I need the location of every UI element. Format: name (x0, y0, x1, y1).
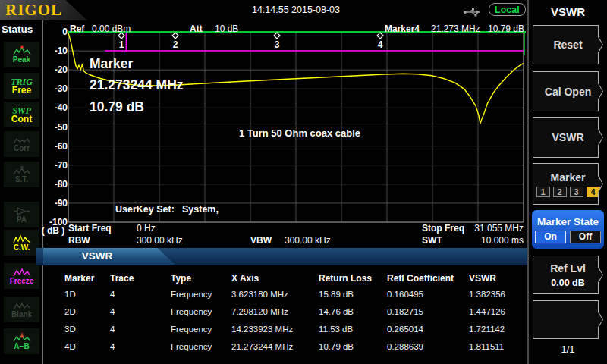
marker-select-label: Marker (551, 171, 586, 184)
table-cell: X Axis (231, 273, 319, 284)
table-cell: 2D (64, 307, 110, 316)
marker-state-toggle: On Off (535, 231, 601, 243)
empty-softkey-button[interactable] (533, 300, 603, 339)
y-tick-label: -50 (40, 122, 68, 133)
marker4-readout-label: Marker4 (385, 24, 420, 34)
status-blank: Blank (4, 297, 39, 322)
menu-page-indicator: 1/1 (529, 344, 607, 355)
vbw-label: VBW (250, 235, 272, 246)
table-cell: 0.288639 (387, 342, 469, 351)
status-cw: C.W. (4, 230, 39, 256)
table-cell: VSWR (469, 273, 527, 284)
vswr-button-label: VSWR (552, 131, 584, 143)
status-ab: A−B (4, 328, 39, 354)
status-panel: Status Peak TRIG Free SWP Cont Corr S.T.… (0, 20, 43, 364)
table-cell: 1D (64, 290, 110, 299)
vswr-tab-bar: VSWR (36, 248, 527, 265)
table-row: 4D4Frequency21.273244 MHz10.79 dB0.28863… (43, 342, 527, 351)
ref-label: Ref (70, 24, 84, 34)
vswr-tab-label: VSWR (36, 250, 158, 262)
marker-readout-freq: 21.273244 MHz (90, 77, 184, 93)
status-st-label: S.T. (15, 176, 28, 184)
marker-state-on-option[interactable]: On (535, 231, 566, 243)
marker-readout-title: Marker (90, 56, 133, 72)
table-cell: Type (171, 273, 231, 284)
svg-text:4: 4 (378, 39, 383, 50)
y-tick-label: -80 (40, 179, 68, 190)
table-cell: 1.811511 (469, 342, 527, 351)
table-cell: Refl Coefficient (387, 273, 469, 284)
clock-display: 14:14:55 2015-08-03 (212, 5, 379, 15)
marker4-readout-freq: 21.273 MHz (431, 24, 480, 34)
table-cell: Frequency (171, 325, 231, 334)
table-cell: 4 (110, 325, 171, 334)
y-axis-unit: ( dB ) (38, 225, 68, 236)
rigol-logo: RIGOL (5, 1, 62, 20)
status-cw-label: C.W. (14, 244, 30, 252)
y-tick-label: 0 (40, 27, 68, 37)
ref-lvl-button[interactable]: Ref Lvl 0.00 dB (533, 256, 603, 294)
menu-title: VSWR (529, 5, 607, 18)
vswr-button[interactable]: VSWR (533, 117, 603, 158)
table-cell: 1.721142 (469, 325, 527, 334)
table-cell: 4 (110, 342, 171, 351)
start-freq-value: 0 Hz (137, 223, 156, 234)
table-cell: 1.382356 (469, 290, 527, 299)
svg-text:1: 1 (119, 39, 124, 50)
y-tick-label: -20 (40, 64, 68, 75)
marker-select-button[interactable]: Marker 1234 (533, 163, 603, 205)
table-cell: Return Loss (319, 273, 387, 284)
table-cell: 4 (110, 307, 171, 316)
table-cell: 0.160495 (387, 290, 469, 299)
marker-number-2[interactable]: 2 (553, 187, 567, 197)
status-pa-label: PA (17, 216, 27, 224)
marker-table: MarkerTraceTypeX AxisReturn LossRefl Coe… (43, 265, 527, 364)
cal-open-button[interactable]: Cal Open (533, 71, 603, 111)
userkey-value: System, (182, 204, 219, 215)
table-cell: 3D (64, 325, 110, 334)
a-minus-b-icon (13, 333, 31, 343)
marker-state-off-option[interactable]: Off (570, 231, 601, 243)
marker-number-1[interactable]: 1 (536, 187, 550, 197)
start-freq-label: Start Freq (68, 223, 112, 234)
table-cell: Frequency (171, 342, 231, 351)
cal-open-button-label: Cal Open (545, 86, 591, 98)
status-corr: Corr (4, 131, 39, 157)
table-cell: Frequency (171, 307, 231, 316)
marker-state-button[interactable]: Marker State On Off (532, 210, 604, 249)
y-tick-label: -70 (40, 160, 68, 171)
table-cell: Marker (64, 273, 110, 284)
status-st: S.T. (4, 162, 39, 187)
freeze-icon (13, 268, 31, 278)
status-ab-label: A−B (14, 343, 29, 350)
table-cell: Frequency (171, 290, 231, 299)
status-trig: TRIG Free (4, 73, 39, 99)
table-cell: 11.53 dB (319, 325, 387, 334)
table-cell: 0.182715 (387, 307, 469, 316)
table-cell: 3.623180 MHz (231, 290, 319, 299)
att-label: Att (190, 24, 203, 34)
reset-button[interactable]: Reset (533, 25, 603, 64)
cw-icon (13, 234, 31, 244)
local-status-badge: Local (489, 3, 526, 16)
ref-lvl-label: Ref Lvl (550, 262, 586, 275)
marker-number-4[interactable]: 4 (587, 187, 600, 197)
status-blank-label: Blank (11, 311, 32, 318)
st-icon (13, 166, 31, 176)
table-cell: 1.447126 (469, 307, 527, 316)
reset-button-label: Reset (553, 39, 582, 51)
graticule-area: 1234 Ref 0.00 dBm Att 10 dB Marker4 21.2… (43, 20, 527, 248)
ref-lvl-value: 0.00 dB (551, 278, 584, 288)
marker-number-3[interactable]: 3 (570, 187, 583, 197)
table-row: 1D4Frequency3.623180 MHz15.89 dB0.160495… (43, 290, 527, 299)
att-value: 10 dB (215, 24, 238, 34)
rbw-label: RBW (68, 235, 90, 246)
table-row: 2D4Frequency7.298120 MHz14.76 dB0.182715… (43, 307, 527, 316)
userkey-label: UserKey Set: (115, 204, 175, 215)
y-tick-label: -40 (40, 102, 68, 113)
table-cell: 14.233923 MHz (231, 325, 319, 334)
y-tick-label: -60 (40, 141, 68, 152)
y-tick-label: -30 (40, 83, 68, 94)
status-peak-label: Peak (13, 56, 30, 64)
annotation-text: 1 Turn 50 Ohm coax cable (190, 127, 410, 139)
